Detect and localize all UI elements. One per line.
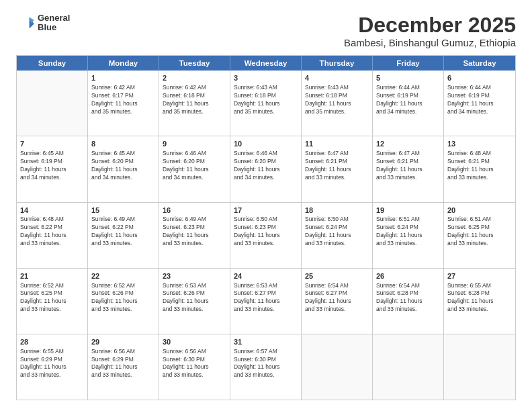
day-number: 27 bbox=[447, 271, 512, 281]
day-number: 18 bbox=[305, 205, 369, 216]
day-info: Sunrise: 6:56 AM Sunset: 6:29 PM Dayligh… bbox=[91, 348, 155, 380]
table-row: 3Sunrise: 6:43 AM Sunset: 6:18 PM Daylig… bbox=[230, 71, 302, 136]
table-row: 4Sunrise: 6:43 AM Sunset: 6:18 PM Daylig… bbox=[302, 71, 373, 136]
day-info: Sunrise: 6:43 AM Sunset: 6:18 PM Dayligh… bbox=[234, 84, 298, 116]
table-row: 13Sunrise: 6:48 AM Sunset: 6:21 PM Dayli… bbox=[444, 136, 515, 201]
table-row: 21Sunrise: 6:52 AM Sunset: 6:25 PM Dayli… bbox=[17, 269, 88, 334]
table-row: 8Sunrise: 6:45 AM Sunset: 6:20 PM Daylig… bbox=[88, 136, 159, 201]
day-number: 3 bbox=[234, 73, 298, 83]
table-row: 12Sunrise: 6:47 AM Sunset: 6:21 PM Dayli… bbox=[373, 136, 444, 201]
table-row: 27Sunrise: 6:55 AM Sunset: 6:28 PM Dayli… bbox=[444, 269, 515, 334]
col-wednesday: Wednesday bbox=[230, 56, 302, 71]
table-row: 7Sunrise: 6:45 AM Sunset: 6:19 PM Daylig… bbox=[17, 136, 88, 201]
day-info: Sunrise: 6:46 AM Sunset: 6:20 PM Dayligh… bbox=[234, 150, 298, 182]
col-monday: Monday bbox=[88, 56, 159, 71]
day-info: Sunrise: 6:52 AM Sunset: 6:26 PM Dayligh… bbox=[91, 282, 155, 314]
page-title: December 2025 bbox=[344, 13, 516, 37]
day-number: 11 bbox=[305, 139, 369, 149]
table-row: 31Sunrise: 6:57 AM Sunset: 6:30 PM Dayli… bbox=[230, 334, 302, 400]
day-number: 10 bbox=[234, 139, 298, 149]
day-number: 2 bbox=[163, 73, 226, 83]
day-info: Sunrise: 6:48 AM Sunset: 6:21 PM Dayligh… bbox=[447, 150, 512, 182]
day-info: Sunrise: 6:48 AM Sunset: 6:22 PM Dayligh… bbox=[20, 216, 84, 248]
logo-text: General Blue bbox=[38, 13, 70, 33]
day-number: 6 bbox=[447, 73, 512, 83]
cal-row-4: 28Sunrise: 6:55 AM Sunset: 6:29 PM Dayli… bbox=[17, 334, 515, 400]
table-row: 11Sunrise: 6:47 AM Sunset: 6:21 PM Dayli… bbox=[302, 136, 373, 201]
day-info: Sunrise: 6:46 AM Sunset: 6:20 PM Dayligh… bbox=[163, 150, 226, 182]
table-row: 1Sunrise: 6:42 AM Sunset: 6:17 PM Daylig… bbox=[88, 71, 159, 136]
day-info: Sunrise: 6:47 AM Sunset: 6:21 PM Dayligh… bbox=[305, 150, 369, 182]
table-row: 6Sunrise: 6:44 AM Sunset: 6:19 PM Daylig… bbox=[444, 71, 515, 136]
cal-row-1: 7Sunrise: 6:45 AM Sunset: 6:19 PM Daylig… bbox=[17, 136, 515, 202]
table-row: 10Sunrise: 6:46 AM Sunset: 6:20 PM Dayli… bbox=[230, 136, 302, 201]
logo-line2: Blue bbox=[38, 23, 70, 32]
col-tuesday: Tuesday bbox=[159, 56, 230, 71]
table-row: 19Sunrise: 6:51 AM Sunset: 6:24 PM Dayli… bbox=[373, 203, 444, 268]
table-row: 20Sunrise: 6:51 AM Sunset: 6:25 PM Dayli… bbox=[444, 203, 515, 268]
col-thursday: Thursday bbox=[302, 56, 373, 71]
table-row bbox=[17, 71, 88, 136]
day-number: 8 bbox=[91, 139, 155, 149]
table-row: 14Sunrise: 6:48 AM Sunset: 6:22 PM Dayli… bbox=[17, 203, 88, 268]
table-row bbox=[373, 334, 444, 400]
table-row: 22Sunrise: 6:52 AM Sunset: 6:26 PM Dayli… bbox=[88, 269, 159, 334]
day-number: 7 bbox=[20, 139, 84, 149]
table-row: 9Sunrise: 6:46 AM Sunset: 6:20 PM Daylig… bbox=[159, 136, 230, 201]
day-info: Sunrise: 6:47 AM Sunset: 6:21 PM Dayligh… bbox=[376, 150, 440, 182]
day-number: 13 bbox=[447, 139, 512, 149]
day-number: 21 bbox=[20, 271, 84, 281]
day-info: Sunrise: 6:44 AM Sunset: 6:19 PM Dayligh… bbox=[447, 84, 512, 116]
day-info: Sunrise: 6:43 AM Sunset: 6:18 PM Dayligh… bbox=[305, 84, 369, 116]
day-number: 31 bbox=[234, 337, 298, 347]
calendar: Sunday Monday Tuesday Wednesday Thursday… bbox=[16, 55, 516, 400]
cal-row-2: 14Sunrise: 6:48 AM Sunset: 6:22 PM Dayli… bbox=[17, 203, 515, 269]
logo-icon bbox=[16, 13, 35, 32]
table-row: 15Sunrise: 6:49 AM Sunset: 6:22 PM Dayli… bbox=[88, 203, 159, 268]
day-info: Sunrise: 6:56 AM Sunset: 6:30 PM Dayligh… bbox=[163, 348, 226, 380]
col-friday: Friday bbox=[373, 56, 444, 71]
table-row: 25Sunrise: 6:54 AM Sunset: 6:27 PM Dayli… bbox=[302, 269, 373, 334]
table-row: 5Sunrise: 6:44 AM Sunset: 6:19 PM Daylig… bbox=[373, 71, 444, 136]
day-number: 30 bbox=[163, 337, 226, 347]
day-number: 25 bbox=[305, 271, 369, 281]
day-number: 17 bbox=[234, 205, 298, 216]
cal-row-3: 21Sunrise: 6:52 AM Sunset: 6:25 PM Dayli… bbox=[17, 269, 515, 334]
table-row: 30Sunrise: 6:56 AM Sunset: 6:30 PM Dayli… bbox=[159, 334, 230, 400]
table-row: 28Sunrise: 6:55 AM Sunset: 6:29 PM Dayli… bbox=[17, 334, 88, 400]
day-info: Sunrise: 6:55 AM Sunset: 6:28 PM Dayligh… bbox=[447, 282, 512, 314]
day-info: Sunrise: 6:55 AM Sunset: 6:29 PM Dayligh… bbox=[20, 348, 84, 380]
table-row: 23Sunrise: 6:53 AM Sunset: 6:26 PM Dayli… bbox=[159, 269, 230, 334]
day-number: 20 bbox=[447, 205, 512, 216]
logo-line1: General bbox=[38, 13, 70, 23]
table-row bbox=[302, 334, 373, 400]
day-info: Sunrise: 6:51 AM Sunset: 6:24 PM Dayligh… bbox=[376, 216, 440, 248]
col-saturday: Saturday bbox=[444, 56, 515, 71]
day-number: 19 bbox=[376, 205, 440, 216]
day-number: 29 bbox=[91, 337, 155, 347]
table-row: 26Sunrise: 6:54 AM Sunset: 6:28 PM Dayli… bbox=[373, 269, 444, 334]
day-info: Sunrise: 6:50 AM Sunset: 6:24 PM Dayligh… bbox=[305, 216, 369, 248]
day-number: 4 bbox=[305, 73, 369, 83]
day-info: Sunrise: 6:57 AM Sunset: 6:30 PM Dayligh… bbox=[234, 348, 298, 380]
day-number: 15 bbox=[91, 205, 155, 216]
page: General Blue December 2025 Bambesi, Bins… bbox=[0, 0, 532, 411]
day-number: 16 bbox=[163, 205, 226, 216]
table-row: 2Sunrise: 6:42 AM Sunset: 6:18 PM Daylig… bbox=[159, 71, 230, 136]
day-number: 23 bbox=[163, 271, 226, 281]
day-info: Sunrise: 6:49 AM Sunset: 6:23 PM Dayligh… bbox=[163, 216, 226, 248]
day-number: 28 bbox=[20, 337, 84, 347]
cal-row-0: 1Sunrise: 6:42 AM Sunset: 6:17 PM Daylig… bbox=[17, 71, 515, 136]
day-number: 24 bbox=[234, 271, 298, 281]
calendar-body: 1Sunrise: 6:42 AM Sunset: 6:17 PM Daylig… bbox=[17, 71, 515, 400]
table-row: 18Sunrise: 6:50 AM Sunset: 6:24 PM Dayli… bbox=[302, 203, 373, 268]
day-number: 14 bbox=[20, 205, 84, 216]
day-info: Sunrise: 6:50 AM Sunset: 6:23 PM Dayligh… bbox=[234, 216, 298, 248]
day-info: Sunrise: 6:53 AM Sunset: 6:26 PM Dayligh… bbox=[163, 282, 226, 314]
calendar-header: Sunday Monday Tuesday Wednesday Thursday… bbox=[17, 56, 515, 71]
day-number: 26 bbox=[376, 271, 440, 281]
table-row: 24Sunrise: 6:53 AM Sunset: 6:27 PM Dayli… bbox=[230, 269, 302, 334]
day-number: 5 bbox=[376, 73, 440, 83]
page-subtitle: Bambesi, Binshangul Gumuz, Ethiopia bbox=[344, 37, 516, 48]
day-info: Sunrise: 6:45 AM Sunset: 6:19 PM Dayligh… bbox=[20, 150, 84, 182]
